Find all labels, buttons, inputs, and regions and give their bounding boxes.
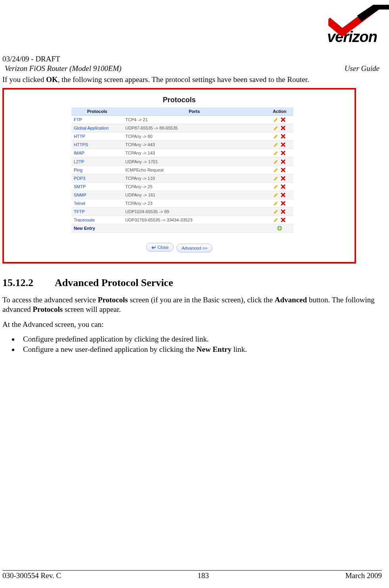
doc-title-left: Verizon FiOS Router (Model 9100EM) (5, 64, 121, 73)
draft-stamp: 03/24/09 - DRAFT (2, 55, 382, 63)
list-item: Configure a new user-defined application… (19, 345, 382, 354)
protocol-link[interactable]: Ping (74, 168, 82, 172)
table-row: Global ApplicationUDP87-65535 -> 88-6553… (71, 124, 293, 132)
table-row: SMTPTCPAny -> 25 (71, 182, 293, 191)
footer-center: 183 (197, 571, 209, 580)
ports-cell: ICMPEcho Request (123, 166, 266, 174)
table-row: TFTPUDP1024-65535 -> 69 (71, 208, 293, 216)
t: screen (if you are in the Basic screen),… (128, 296, 274, 304)
section-title: Advanced Protocol Service (55, 277, 173, 288)
protocol-link[interactable]: TFTP (74, 209, 85, 214)
protocol-link[interactable]: IMAP (74, 151, 84, 155)
add-icon[interactable] (277, 225, 282, 231)
edit-icon[interactable] (273, 125, 279, 131)
intro-pre: If you clicked (2, 75, 46, 84)
table-row: L2TPUDPAny -> 1701 (71, 157, 293, 166)
protocols-panel: Protocols Protocols Ports Action FTPTCP4… (2, 88, 356, 263)
intro-ok: OK (46, 75, 58, 84)
t: Protocols (33, 305, 63, 313)
protocols-table: Protocols Ports Action FTPTCP4 -> 21 Glo… (71, 107, 293, 233)
edit-icon[interactable] (273, 176, 279, 181)
table-row: SNMPUDPAny -> 161 (71, 191, 293, 199)
delete-icon[interactable] (280, 150, 286, 156)
delete-icon[interactable] (280, 200, 286, 206)
delete-icon[interactable] (280, 142, 286, 147)
table-row: TelnetTCPAny -> 23 (71, 199, 293, 207)
ports-cell: UDPAny -> 161 (123, 191, 266, 199)
ports-cell: TCPAny -> 143 (123, 149, 266, 157)
protocol-link[interactable]: HTTPS (74, 142, 88, 147)
ports-cell: TCPAny -> 110 (123, 174, 266, 182)
delete-icon[interactable] (280, 125, 286, 131)
section-heading: 15.12.2Advanced Protocol Service (2, 277, 382, 289)
close-button[interactable]: Close (146, 243, 174, 252)
edit-icon[interactable] (273, 184, 279, 189)
new-entry-link[interactable]: New Entry (74, 226, 95, 231)
page-footer: 030-300554 Rev. C 183 March 2009 (2, 570, 382, 580)
ports-cell: UDP87-65535 -> 88-65535 (123, 124, 266, 132)
protocol-link[interactable]: FTP (74, 117, 82, 122)
advanced-button[interactable]: Advanced >> (176, 244, 213, 252)
t: Advanced (275, 296, 307, 304)
protocol-link[interactable]: POP3 (74, 176, 85, 181)
table-row: FTPTCP4 -> 21 (71, 116, 293, 124)
intro-post: , the following screen appears. The prot… (58, 75, 309, 84)
ports-cell: UDP1024-65535 -> 69 (123, 208, 266, 216)
edit-icon[interactable] (273, 209, 279, 214)
t: screen will appear. (63, 305, 121, 313)
protocol-link[interactable]: SMTP (74, 184, 86, 189)
protocol-link[interactable]: Traceroute (74, 218, 95, 222)
col-action: Action (266, 107, 293, 116)
ports-cell: TCPAny -> 25 (123, 182, 266, 191)
table-row: TracerouteUDP32769-65535 -> 33434-33523 (71, 216, 293, 224)
edit-icon[interactable] (273, 134, 279, 139)
delete-icon[interactable] (280, 184, 286, 189)
t: New Entry (197, 345, 232, 353)
new-entry-row: New Entry (71, 224, 293, 233)
edit-icon[interactable] (273, 142, 279, 147)
t: Configure a new user-defined application… (23, 345, 197, 353)
checkmark-icon (328, 5, 376, 29)
edit-icon[interactable] (273, 200, 279, 206)
panel-title: Protocols (4, 90, 355, 107)
edit-icon[interactable] (273, 167, 279, 173)
col-ports: Ports (123, 107, 266, 116)
return-icon (151, 245, 156, 250)
table-row: HTTPSTCPAny -> 443 (71, 141, 293, 149)
delete-icon[interactable] (280, 134, 286, 139)
list-item: Configure predefined application by clic… (19, 335, 382, 344)
table-row: IMAPTCPAny -> 143 (71, 149, 293, 157)
protocol-link[interactable]: Telnet (74, 201, 85, 206)
footer-left: 030-300554 Rev. C (2, 571, 61, 580)
protocol-link[interactable]: Global Application (74, 126, 109, 130)
protocol-link[interactable]: HTTP (74, 134, 85, 139)
edit-icon[interactable] (273, 150, 279, 156)
ports-cell: TCP4 -> 21 (123, 116, 266, 124)
t: link. (232, 345, 247, 353)
brand-logo: verizon (327, 5, 377, 46)
delete-icon[interactable] (280, 217, 286, 223)
ports-cell: TCPAny -> 80 (123, 132, 266, 141)
delete-icon[interactable] (280, 192, 286, 198)
ports-cell: TCPAny -> 443 (123, 141, 266, 149)
delete-icon[interactable] (280, 167, 286, 173)
advanced-label: Advanced >> (182, 246, 207, 250)
footer-right: March 2009 (345, 571, 382, 580)
table-row: HTTPTCPAny -> 80 (71, 132, 293, 141)
intro-paragraph: If you clicked OK, the following screen … (2, 75, 382, 84)
section-para-1: To access the advanced service Protocols… (2, 295, 382, 314)
delete-icon[interactable] (280, 209, 286, 214)
edit-icon[interactable] (273, 217, 279, 223)
ports-cell: TCPAny -> 23 (123, 199, 266, 207)
edit-icon[interactable] (273, 117, 279, 122)
edit-icon[interactable] (273, 192, 279, 198)
delete-icon[interactable] (280, 159, 286, 164)
section-para-2: At the Advanced screen, you can: (2, 320, 382, 329)
protocol-link[interactable]: L2TP (74, 159, 84, 164)
section-number: 15.12.2 (2, 277, 55, 289)
t: To access the advanced service (2, 296, 98, 304)
delete-icon[interactable] (280, 117, 286, 122)
delete-icon[interactable] (280, 176, 286, 181)
edit-icon[interactable] (273, 159, 279, 164)
protocol-link[interactable]: SNMP (74, 193, 86, 197)
